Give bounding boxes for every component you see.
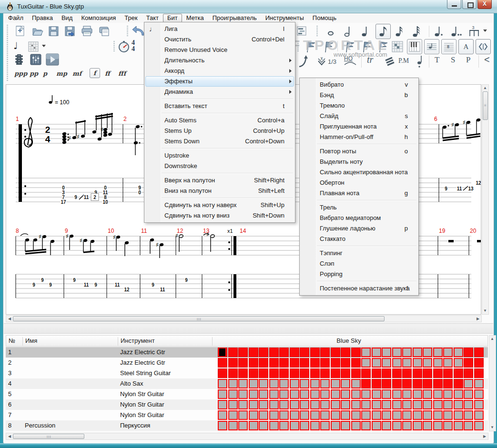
measure-cell-t8-m12[interactable] bbox=[331, 421, 340, 430]
measure-cell-t3-m4[interactable] bbox=[249, 368, 258, 378]
tremolo-bar-button[interactable]: x bbox=[314, 54, 329, 69]
measure-cell-t5-m5[interactable] bbox=[259, 389, 268, 399]
measure-cell-t7-m10[interactable] bbox=[310, 410, 320, 420]
minimize-button[interactable] bbox=[447, 0, 461, 9]
scroll-left-arrow[interactable]: ◀ bbox=[7, 434, 12, 439]
measure-cell-t2-m11[interactable] bbox=[320, 358, 330, 368]
measure-cell-t1-m12[interactable] bbox=[331, 348, 340, 357]
measure-cell-t5-m23[interactable] bbox=[443, 389, 453, 399]
menu-item-Плавная нота[interactable]: Плавная нотаg bbox=[300, 188, 418, 199]
measure-cell-t8-m1[interactable] bbox=[218, 421, 227, 430]
menu-item-Сильно акцентированная нота[interactable]: Сильно акцентированная нота bbox=[300, 167, 418, 178]
menu-item-Динамика[interactable]: Динамика bbox=[144, 87, 295, 97]
play-button[interactable] bbox=[46, 53, 59, 66]
menu-item-Popping[interactable]: Popping bbox=[300, 269, 418, 279]
menubar-item-Помощь[interactable]: Помощь bbox=[308, 14, 341, 22]
menu-item-Постепенное нарастание звука[interactable]: Постепенное нарастание звукаf bbox=[300, 283, 418, 294]
dynamic-mp[interactable]: mp bbox=[56, 70, 67, 77]
measure-cell-t2-m15[interactable] bbox=[361, 358, 371, 368]
measure-cell-t5-m16[interactable] bbox=[372, 389, 381, 399]
toolbar-grip[interactable] bbox=[127, 26, 128, 37]
measure-cell-t6-m10[interactable] bbox=[310, 400, 320, 409]
measure-cell-t4-m22[interactable] bbox=[433, 379, 443, 388]
measure-cell-t2-m18[interactable] bbox=[392, 358, 402, 368]
measure-cell-t3-m5[interactable] bbox=[259, 368, 268, 378]
measure-cell-t4-m17[interactable] bbox=[382, 379, 391, 388]
measure-cell-t2-m19[interactable] bbox=[402, 358, 412, 368]
measure-cell-t6-m11[interactable] bbox=[320, 400, 330, 409]
measure-cell-t3-m18[interactable] bbox=[392, 368, 402, 378]
measure-cell-t8-m25[interactable] bbox=[464, 421, 473, 430]
measure-cell-t5-m17[interactable] bbox=[382, 389, 391, 399]
measure-cell-t6-m6[interactable] bbox=[269, 400, 279, 409]
measure-cell-t1-m14[interactable] bbox=[351, 348, 361, 357]
score-hscrollbar[interactable]: ◀ III ▶ bbox=[6, 315, 482, 322]
measure-cell-t6-m15[interactable] bbox=[361, 400, 371, 409]
measure-cell-t5-m8[interactable] bbox=[290, 389, 299, 399]
measure-cell-t4-m4[interactable] bbox=[249, 379, 258, 388]
measure-cell-t4-m18[interactable] bbox=[392, 379, 402, 388]
menu-item-Тэппинг[interactable]: Тэппинг bbox=[300, 248, 418, 259]
measure-cell-t7-m16[interactable] bbox=[372, 410, 381, 420]
menubar-item-Файл[interactable]: Файл bbox=[4, 14, 28, 22]
measure-cell-t2-m20[interactable] bbox=[413, 358, 422, 368]
measure-cell-t1-m18[interactable] bbox=[392, 348, 402, 357]
measure-cell-t5-m24[interactable] bbox=[454, 389, 463, 399]
triplet-button[interactable]: 3 bbox=[467, 25, 481, 38]
half-note-button[interactable] bbox=[342, 25, 354, 38]
dynamic-ff[interactable]: ff bbox=[105, 70, 110, 77]
panel-splitter[interactable] bbox=[4, 323, 493, 334]
measure-cell-t2-m16[interactable] bbox=[372, 358, 381, 368]
measure-cell-t8-m10[interactable] bbox=[310, 421, 320, 430]
measure-cell-t3-m8[interactable] bbox=[290, 368, 299, 378]
measure-cell-t7-m18[interactable] bbox=[392, 410, 402, 420]
measure-cell-t5-m26[interactable] bbox=[474, 389, 484, 399]
measure-cell-t4-m15[interactable] bbox=[361, 379, 371, 388]
menu-item-Глушение ладонью[interactable]: Глушение ладоньюp bbox=[300, 223, 418, 234]
measure-cell-t8-m19[interactable] bbox=[402, 421, 412, 430]
thirtysecond-note-button[interactable] bbox=[411, 25, 422, 38]
scroll-left-arrow[interactable]: ◀ bbox=[7, 316, 12, 322]
measure-cell-t1-m23[interactable] bbox=[443, 348, 453, 357]
measure-cell-t6-m18[interactable] bbox=[392, 400, 402, 409]
title-bar[interactable]: TuxGuitar - Blue Sky.gtp X bbox=[0, 0, 497, 13]
tracks-hscrollbar[interactable]: ◀ III ▶ bbox=[6, 433, 488, 440]
measure-cell-t4-m9[interactable] bbox=[300, 379, 309, 388]
measure-cell-t3-m21[interactable] bbox=[423, 368, 432, 378]
measure-cell-t8-m14[interactable] bbox=[351, 421, 361, 430]
measure-cell-t7-m13[interactable] bbox=[341, 410, 350, 420]
dynamic-fff[interactable]: fff bbox=[118, 70, 126, 77]
toolbar-grip[interactable] bbox=[316, 26, 318, 37]
tracks-hscroll-thumb[interactable]: III bbox=[13, 434, 84, 439]
menu-item-Downstroke[interactable]: Downstroke bbox=[144, 161, 295, 171]
measure-cell-t3-m11[interactable] bbox=[320, 368, 330, 378]
measure-cell-t7-m21[interactable] bbox=[423, 410, 432, 420]
dynamic-mf[interactable]: mf bbox=[72, 70, 81, 77]
measure-cell-t7-m9[interactable] bbox=[300, 410, 309, 420]
menu-item-Сдвинуть на ноту вниз[interactable]: Сдвинуть на ноту внизShift+Down bbox=[144, 210, 295, 221]
menubar-item-Проигрыватель[interactable]: Проигрыватель bbox=[208, 14, 261, 22]
dynamic-ppp[interactable]: ppp bbox=[14, 70, 27, 77]
measure-cell-t4-m11[interactable] bbox=[320, 379, 330, 388]
score-vscroll-thumb[interactable]: ≡ bbox=[483, 91, 488, 120]
measure-cell-t4-m16[interactable] bbox=[372, 379, 381, 388]
measure-cell-t2-m12[interactable] bbox=[331, 358, 340, 368]
measure-cell-t7-m2[interactable] bbox=[228, 410, 238, 420]
measure-cell-t2-m8[interactable] bbox=[290, 358, 299, 368]
measure-cell-t2-m26[interactable] bbox=[474, 358, 484, 368]
measure-cell-t2-m10[interactable] bbox=[310, 358, 320, 368]
measure-cell-t3-m22[interactable] bbox=[433, 368, 443, 378]
measure-cell-t1-m7[interactable] bbox=[279, 348, 289, 357]
scroll-right-arrow[interactable]: ▶ bbox=[482, 434, 487, 439]
menu-item-Сдвинуть на ноту наверх[interactable]: Сдвинуть на ноту наверхShift+Up bbox=[144, 200, 295, 210]
measure-cell-t3-m3[interactable] bbox=[238, 368, 248, 378]
measure-cell-t7-m22[interactable] bbox=[433, 410, 443, 420]
measure-cell-t2-m1[interactable] bbox=[218, 358, 227, 368]
metronome-icon[interactable] bbox=[117, 40, 131, 53]
measure-cell-t4-m24[interactable] bbox=[454, 379, 463, 388]
measure-cell-t2-m7[interactable] bbox=[279, 358, 289, 368]
scroll-down-arrow[interactable]: ▼ bbox=[482, 308, 488, 314]
measure-cell-t8-m23[interactable] bbox=[443, 421, 453, 430]
measure-cell-t7-m6[interactable] bbox=[269, 410, 279, 420]
menu-item-Слайд[interactable]: Слайдs bbox=[300, 111, 418, 121]
